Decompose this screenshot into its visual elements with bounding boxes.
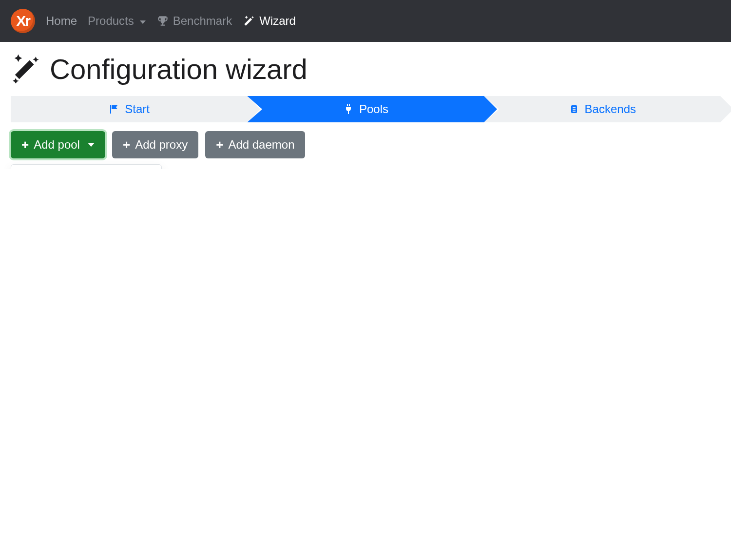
nav-home-label: Home xyxy=(46,14,77,28)
add-pool-button[interactable]: + Add pool xyxy=(11,131,105,158)
plus-icon: + xyxy=(123,138,130,151)
step-label: Backends xyxy=(585,102,636,116)
step-label: Pools xyxy=(359,102,388,116)
plus-icon: + xyxy=(21,138,29,151)
wizard-steps: Start Pools Backends xyxy=(11,96,720,122)
page-title-row: Configuration wizard xyxy=(11,53,720,85)
add-pool-wrapper: + Add pool Custom pool gntl.co.uk hashva… xyxy=(11,131,105,158)
plug-icon xyxy=(343,103,354,115)
step-pools[interactable]: Pools xyxy=(247,96,483,122)
wand-icon xyxy=(11,53,41,85)
add-proxy-label: Add proxy xyxy=(135,138,188,152)
nav-wizard[interactable]: Wizard xyxy=(243,14,296,28)
page-title: Configuration wizard xyxy=(50,53,308,85)
nav-wizard-label: Wizard xyxy=(259,14,296,28)
add-daemon-label: Add daemon xyxy=(228,138,294,152)
add-daemon-button[interactable]: + Add daemon xyxy=(205,131,305,158)
nav-home[interactable]: Home xyxy=(46,14,77,28)
wand-icon xyxy=(243,15,255,27)
nav-benchmark-label: Benchmark xyxy=(173,14,232,28)
logo[interactable]: Xr xyxy=(11,9,35,33)
add-proxy-button[interactable]: + Add proxy xyxy=(112,131,198,158)
nav-benchmark[interactable]: Benchmark xyxy=(156,14,232,28)
flag-icon xyxy=(108,103,120,115)
toolbar: + Add pool Custom pool gntl.co.uk hashva… xyxy=(11,131,720,158)
navbar: Xr Home Products Benchmark Wizard xyxy=(0,0,731,42)
page: Configuration wizard Start Pools Backend… xyxy=(0,42,731,169)
step-start[interactable]: Start xyxy=(11,96,247,122)
add-pool-label: Add pool xyxy=(34,138,80,152)
step-backends[interactable]: Backends xyxy=(484,96,720,122)
plus-icon: + xyxy=(216,138,223,151)
add-pool-dropdown: Custom pool gntl.co.uk hashvault.pro her… xyxy=(11,164,162,169)
nav-products-label: Products xyxy=(88,14,134,28)
chevron-down-icon xyxy=(88,143,95,147)
chip-icon xyxy=(568,103,580,115)
nav-products[interactable]: Products xyxy=(88,14,146,28)
trophy-icon xyxy=(156,15,169,27)
chevron-down-icon xyxy=(140,20,146,24)
step-label: Start xyxy=(125,102,150,116)
